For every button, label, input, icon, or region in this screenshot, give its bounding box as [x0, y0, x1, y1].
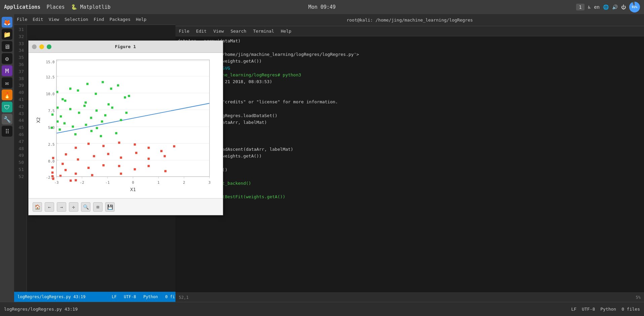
green-point [95, 93, 97, 95]
matplotlib-menu[interactable]: 🐍 Matplotlib [71, 4, 111, 10]
dock-icon-mail[interactable]: ✉ [2, 77, 12, 88]
y-tick-10: 10.0 [46, 92, 55, 96]
dock-icon-firefox[interactable]: 🦊 [2, 17, 12, 28]
dock-icon-tools[interactable]: 🔧 [2, 114, 12, 125]
y-axis-label: X2 [36, 117, 41, 123]
terminal-menu-view[interactable]: View [213, 29, 224, 34]
dock-icon-app2[interactable]: 🔥 [2, 90, 12, 100]
dock-icon-files[interactable]: 📁 [2, 29, 12, 40]
green-point [104, 114, 107, 116]
dock-icon-settings[interactable]: ⚙ [2, 53, 12, 64]
progress-circle: 93% [629, 2, 640, 12]
power-icon[interactable]: ⏻ [621, 4, 626, 10]
green-point [110, 87, 112, 90]
red-point [70, 179, 72, 182]
term-line-3: logRegres' from '/home/jing/machine_lear… [177, 51, 642, 58]
green-point [120, 119, 122, 121]
green-point [72, 126, 74, 128]
term-line-2: d(logRegres) [177, 44, 642, 51]
bottom-status-right: LF UTF-8 Python 0 files [571, 307, 640, 312]
red-point [164, 170, 167, 172]
dock-icon-app3[interactable]: 🛡 [2, 102, 12, 112]
dock-icon-grid[interactable]: ⠿ [2, 126, 12, 137]
green-point [90, 117, 92, 119]
bottom-lf: LF [571, 307, 576, 312]
green-point [90, 130, 93, 132]
x-tick-0: 0 [132, 180, 134, 185]
term-line-4: gres.plotBestFit(weights.getA()) [177, 58, 642, 65]
red-point [75, 179, 77, 181]
applications-menu[interactable]: Applications [4, 4, 40, 10]
term-line-23: 'TkAgg' [177, 187, 642, 194]
green-point [124, 96, 126, 99]
figure-back-button[interactable]: ← [45, 202, 54, 212]
figure-minimize-button[interactable] [39, 44, 44, 49]
editor-status-left: logRegres/logRegres.py 43:19 [17, 294, 85, 299]
green-point [86, 83, 89, 85]
top-bar-right: 1 ♿ en 🌐 🔊 ⏻ 93% [576, 2, 640, 12]
terminal-menu-terminal[interactable]: Terminal [253, 29, 274, 34]
green-point [60, 115, 62, 118]
term-line-13: gres.gradAscent(dataArr, labelMat) [177, 119, 642, 126]
figure-subplots-button[interactable]: ⊞ [93, 202, 103, 212]
green-point [125, 112, 128, 114]
terminal-menu-search[interactable]: Search [231, 29, 246, 34]
green-point [78, 112, 80, 114]
x-tick-2: 2 [183, 180, 185, 185]
figure-window[interactable]: Figure 1 X2 X1 -2.5 0.0 [28, 40, 223, 215]
green-point [69, 87, 72, 90]
green-point [101, 120, 103, 123]
bottom-lang: Python [600, 307, 616, 312]
figure-home-button[interactable]: 🏠 [33, 202, 42, 212]
terminal-menu-help[interactable]: Help [281, 29, 291, 34]
editor-menu-view[interactable]: View [49, 17, 59, 22]
editor-menu-selection[interactable]: Selection [65, 17, 88, 22]
term-line-1: dataArr = array(dataMat) [177, 38, 642, 44]
figure-zoom-button[interactable]: 🔍 [81, 202, 90, 212]
places-menu[interactable]: Places [46, 4, 65, 10]
x-tick-1: 1 [157, 180, 160, 185]
figure-save-button[interactable]: 💾 [105, 202, 115, 212]
dock-icon-app1[interactable]: M [2, 65, 12, 76]
bottom-utf: UTF-8 [582, 307, 595, 312]
red-point [173, 145, 175, 148]
editor-menubar: File Edit View Selection Find Packages H… [14, 14, 186, 25]
red-point [52, 157, 54, 159]
figure-pan-button[interactable]: ✛ [69, 202, 78, 212]
figure-forward-button[interactable]: → [57, 202, 66, 212]
workspace-badge[interactable]: 1 [576, 4, 584, 10]
green-point [111, 107, 114, 109]
editor-menu-edit[interactable]: Edit [33, 17, 43, 22]
term-line-8: (PYTHONPATH) a [177, 85, 642, 92]
figure-close-button[interactable] [32, 44, 37, 49]
code-line-31 [30, 26, 183, 33]
red-point [87, 167, 90, 169]
term-line-9: 0] on linux [177, 92, 642, 99]
left-dock: 🦊 📁 🖥 ⚙ M ✉ 🔥 🛡 🔧 ⠿ [0, 14, 14, 302]
terminal-menu-file[interactable]: File [179, 29, 189, 34]
green-point [64, 122, 66, 125]
editor-menu-find[interactable]: Find [93, 17, 104, 22]
y-tick-0: 0.0 [48, 159, 55, 164]
green-point [128, 95, 130, 97]
language-indicator[interactable]: en [594, 4, 600, 10]
red-point [51, 172, 54, 174]
terminal-menu-edit[interactable]: Edit [196, 29, 206, 34]
red-point [103, 145, 105, 147]
red-point [148, 165, 150, 167]
figure-title: Figure 1 [115, 44, 136, 49]
editor-menu-packages[interactable]: Packages [110, 17, 131, 22]
editor-menu-help[interactable]: Help [136, 17, 146, 22]
figure-toolbar: 🏠 ← → ✛ 🔍 ⊞ 💾 [29, 198, 223, 215]
dock-icon-terminal[interactable]: 🖥 [2, 41, 12, 52]
green-point [85, 124, 87, 126]
volume-icon[interactable]: 🔊 [612, 4, 618, 10]
green-point [64, 100, 67, 102]
editor-menu-file[interactable]: File [17, 17, 27, 22]
red-point [120, 156, 122, 159]
red-point [65, 153, 67, 155]
term-line-16: -0.6168482 ]]) [177, 139, 642, 146]
red-point [51, 175, 54, 177]
figure-maximize-button[interactable] [47, 44, 51, 49]
terminal-main[interactable]: root@kali: /home/jing/machine_learning/l… [175, 14, 644, 302]
